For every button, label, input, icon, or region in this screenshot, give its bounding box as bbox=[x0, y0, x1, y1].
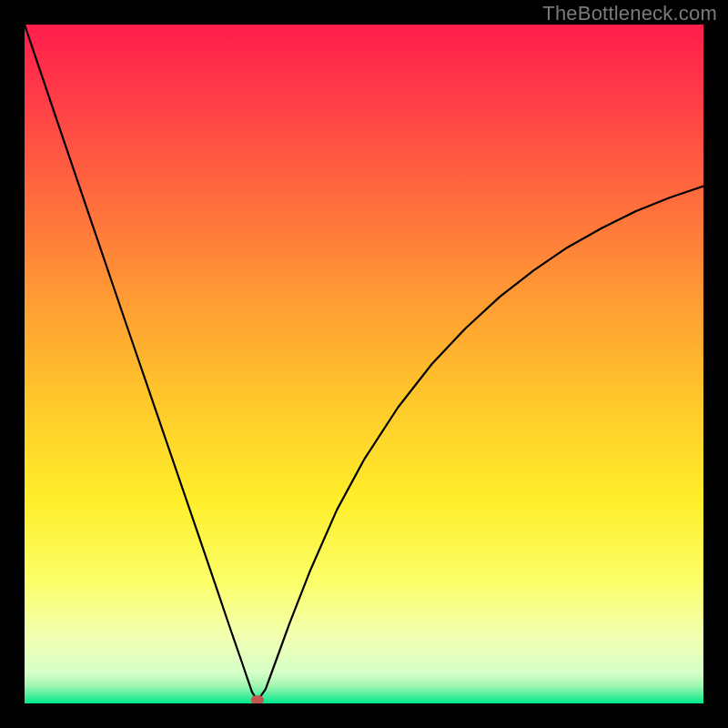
minimum-marker bbox=[251, 695, 264, 703]
chart-svg bbox=[25, 25, 703, 703]
chart-background bbox=[25, 25, 703, 703]
attribution-text: TheBottleneck.com bbox=[542, 2, 717, 25]
chart-frame: TheBottleneck.com bbox=[0, 0, 728, 728]
chart-plot-area bbox=[25, 25, 703, 703]
